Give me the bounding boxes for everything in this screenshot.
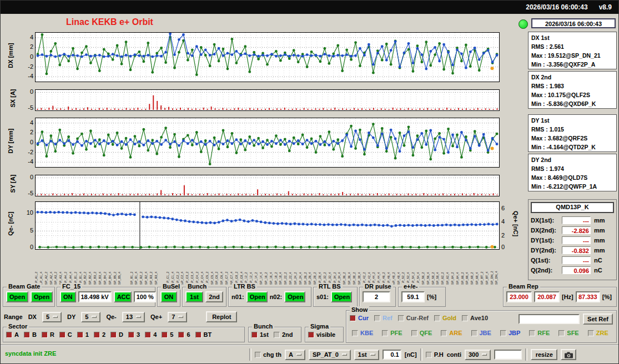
checkbox[interactable]	[350, 315, 356, 321]
sector-3[interactable]: 3	[128, 331, 140, 338]
sector-4[interactable]: 4	[145, 331, 157, 338]
show-jbp[interactable]: JBP	[500, 330, 520, 336]
checkbox[interactable]	[128, 332, 134, 338]
show-pfe[interactable]: PFE	[382, 330, 402, 336]
checkbox[interactable]	[462, 315, 468, 321]
checkbox[interactable]	[382, 330, 388, 336]
threshold-input[interactable]	[383, 350, 401, 360]
checkbox[interactable]	[471, 330, 477, 336]
checkbox[interactable]	[94, 332, 100, 338]
sector-r[interactable]: R	[42, 331, 54, 338]
beam-gate-open-2-button[interactable]: Open	[31, 291, 53, 302]
chg-th-checkbox-box[interactable]	[255, 352, 261, 358]
checkbox[interactable]	[59, 332, 66, 338]
checkbox[interactable]	[110, 332, 117, 338]
dr-pulse-value[interactable]: 2	[363, 291, 390, 302]
checkbox[interactable]	[500, 330, 506, 336]
checkbox[interactable]	[588, 330, 594, 336]
sector-2[interactable]: 2	[94, 331, 105, 338]
fc15-on-button[interactable]: ON	[60, 291, 76, 302]
dx-plot[interactable]: 420-2-4	[35, 32, 500, 82]
sector-b[interactable]: B	[24, 331, 37, 338]
range-qe-select[interactable]: 7	[168, 312, 187, 322]
bunch-1st[interactable]: 1st	[251, 331, 269, 338]
ph-checkbox[interactable]: P.H	[426, 351, 444, 358]
checkbox[interactable]	[441, 330, 447, 336]
sx-plot[interactable]: 0-5	[35, 89, 500, 111]
show-cur[interactable]: Cur	[350, 315, 369, 321]
ph-checkbox-box[interactable]	[426, 352, 432, 358]
set-ref-input[interactable]	[519, 314, 580, 324]
show-kbe[interactable]: KBE	[352, 330, 373, 336]
device-group-select[interactable]: A	[285, 350, 305, 360]
chg-th-checkbox[interactable]: chg th	[255, 351, 281, 358]
show-curref[interactable]: Cur-Ref	[398, 315, 429, 321]
checkbox[interactable]	[434, 315, 440, 321]
monitor-row-label: Q(2nd):	[531, 267, 562, 274]
checkbox[interactable]	[145, 332, 151, 338]
show-ave10[interactable]: Ave10	[462, 315, 488, 321]
range-dy-select[interactable]: 5	[81, 312, 100, 322]
show-sfe[interactable]: SFE	[558, 330, 578, 336]
checkbox[interactable]	[558, 330, 565, 336]
checkbox[interactable]	[6, 332, 12, 338]
checkbox[interactable]	[42, 332, 48, 338]
checkbox[interactable]	[308, 332, 314, 338]
ltr-n01-open-button[interactable]: Open	[246, 291, 268, 302]
show-zre[interactable]: ZRE	[588, 330, 608, 336]
sector-c[interactable]: C	[59, 331, 72, 338]
checkbox[interactable]	[411, 330, 417, 336]
checkbox[interactable]	[352, 330, 358, 336]
checkbox[interactable]	[24, 332, 30, 338]
checkbox[interactable]	[274, 332, 280, 338]
beam-gate-open-1-button[interactable]: Open	[6, 291, 28, 302]
bunch-select[interactable]: 1st	[354, 350, 379, 360]
checkbox[interactable]	[162, 332, 168, 338]
qe-plot[interactable]: 10506420	[35, 201, 500, 250]
sy-plot[interactable]: 0-5	[35, 175, 500, 196]
busel-on-button[interactable]: ON	[160, 291, 177, 302]
checkbox-label: Ref	[383, 315, 392, 321]
monitor-title[interactable]: QMD13P_K	[531, 202, 614, 213]
fc15-acc-button[interactable]: ACC	[114, 291, 132, 302]
sector-d[interactable]: D	[110, 331, 123, 338]
y-tick-label: 4	[19, 119, 33, 126]
show-jbe[interactable]: JBE	[471, 330, 491, 336]
checkbox[interactable]	[251, 332, 258, 338]
checkbox[interactable]	[398, 315, 404, 321]
sector-bt[interactable]: BT	[195, 331, 212, 338]
range-row: Range DX5DY5Qe-13Qe+7 Replot	[4, 311, 237, 322]
screenshot-button[interactable]	[561, 349, 576, 360]
statusbar-input[interactable]	[494, 350, 522, 360]
replot-button[interactable]: Replot	[206, 311, 237, 322]
checkbox[interactable]	[374, 315, 380, 321]
range-dx-select[interactable]: 5	[42, 312, 62, 322]
ltr-n02-open-button[interactable]: Open	[284, 291, 305, 302]
sector-5[interactable]: 5	[162, 331, 173, 338]
checkbox[interactable]	[77, 332, 83, 338]
resize-button[interactable]: resize	[531, 349, 557, 360]
show-ref[interactable]: Ref	[374, 315, 392, 321]
bunch-2nd-button[interactable]: 2nd	[205, 291, 223, 302]
show-rfe[interactable]: RFE	[529, 330, 550, 336]
checkbox[interactable]	[178, 332, 184, 338]
bunch-1st-button[interactable]: 1st	[185, 291, 203, 302]
set-ref-button[interactable]: Set Ref	[583, 314, 613, 325]
rtl-s01-open-button[interactable]: Open	[331, 291, 352, 302]
dy-plot[interactable]: 420-2-4	[35, 118, 500, 168]
sector-1[interactable]: 1	[77, 331, 89, 338]
conti-label: conti	[447, 351, 461, 358]
checkbox[interactable]	[195, 332, 202, 338]
sigma-visible[interactable]: visible	[308, 331, 335, 338]
interval-select[interactable]: 300	[465, 350, 491, 360]
show-qfe[interactable]: QFE	[411, 330, 432, 336]
checkbox[interactable]	[529, 330, 535, 336]
sector-6[interactable]: 6	[178, 331, 190, 338]
sector-a[interactable]: A	[6, 331, 19, 338]
show-are[interactable]: ARE	[441, 330, 462, 336]
device-select[interactable]: SP_AT_0	[309, 350, 351, 360]
bunch-2nd[interactable]: 2nd	[274, 331, 293, 338]
stats-min: Min : -3.356@QXF2P_A	[531, 60, 613, 69]
range-qe-select[interactable]: 13	[122, 312, 145, 322]
show-gold[interactable]: Gold	[434, 315, 456, 321]
